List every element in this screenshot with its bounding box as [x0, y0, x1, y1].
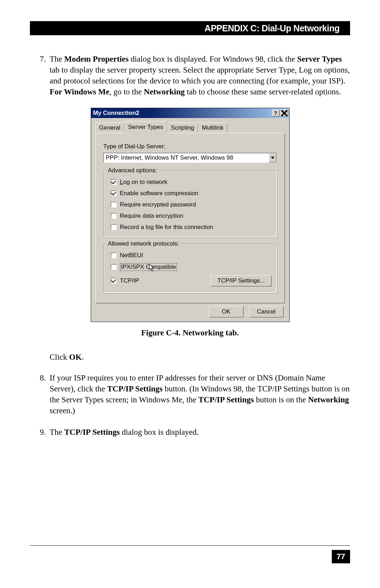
- allowed-protocols-group: Allowed network protocols: NetBEUI IPX/S…: [103, 244, 277, 293]
- step-7-number: 7.: [40, 54, 50, 97]
- server-type-label: Type of Dial-Up Server:: [103, 143, 277, 150]
- step-9: 9. The TCP/IP Settings dialog box is dis…: [40, 427, 350, 438]
- checkbox-record-log-row[interactable]: Record a log file for this connection: [111, 224, 272, 231]
- checkbox-netbeui[interactable]: [111, 253, 116, 258]
- checkbox-compression[interactable]: [111, 191, 116, 196]
- tab-general[interactable]: General: [95, 123, 124, 133]
- dialog-buttons: OK Cancel: [95, 303, 285, 317]
- checkbox-tcpip-row[interactable]: TCP/IP TCP/IP Settings...: [111, 275, 272, 286]
- checkbox-record-log[interactable]: [111, 224, 116, 230]
- step-7: 7. The Modem Properties dialog box is di…: [40, 54, 350, 97]
- page-number: 77: [332, 550, 350, 563]
- ok-button[interactable]: OK: [209, 306, 243, 317]
- checkbox-log-on-label: Log on to network: [120, 179, 167, 186]
- checkbox-ipx[interactable]: [111, 264, 116, 270]
- tab-pane-server-types: Type of Dial-Up Server: PPP: Internet, W…: [95, 133, 285, 303]
- checkbox-log-on[interactable]: [111, 179, 116, 185]
- checkbox-data-encryption[interactable]: [111, 213, 116, 219]
- step-8-number: 8.: [40, 372, 50, 416]
- tabs-row: General Server Types Scripting Multilink: [95, 122, 285, 133]
- checkbox-data-encryption-label: Require data encryption: [120, 212, 184, 219]
- appendix-header-text: APPENDIX C: Dial-Up Networking: [204, 23, 340, 33]
- checkbox-ipx-label: IPX/SPX Compatible: [120, 263, 177, 271]
- properties-dialog: My Connection2 ? General Server Types Sc…: [91, 108, 290, 322]
- checkbox-netbeui-row[interactable]: NetBEUI: [111, 252, 272, 259]
- step-8-text: If your ISP requires you to enter IP add…: [50, 372, 350, 416]
- footer: 77: [30, 545, 350, 563]
- tab-server-types[interactable]: Server Types: [124, 121, 167, 133]
- server-type-value: PPP: Internet, Windows NT Server, Window…: [104, 154, 269, 161]
- dialog-title: My Connection2: [93, 110, 139, 117]
- checkbox-log-on-row[interactable]: Log on to network: [111, 179, 272, 186]
- tab-scripting[interactable]: Scripting: [167, 123, 198, 133]
- step-9-text: The TCP/IP Settings dialog box is displa…: [50, 427, 350, 438]
- dialog-figure: My Connection2 ? General Server Types Sc…: [30, 108, 350, 322]
- allowed-protocols-legend: Allowed network protocols:: [107, 240, 180, 247]
- checkbox-ipx-row[interactable]: IPX/SPX Compatible: [111, 263, 272, 271]
- click-ok-line: Click OK.: [50, 352, 350, 363]
- server-type-combo[interactable]: PPP: Internet, Windows NT Server, Window…: [103, 153, 277, 163]
- tab-multilink[interactable]: Multilink: [198, 123, 227, 133]
- checkbox-record-log-label: Record a log file for this connection: [120, 224, 214, 231]
- advanced-options-legend: Advanced options:: [107, 167, 159, 174]
- checkbox-netbeui-label: NetBEUI: [120, 252, 143, 259]
- checkbox-encrypted-pw-label: Require encrypted password: [120, 201, 196, 208]
- step-7-text: The Modem Properties dialog box is displ…: [50, 54, 350, 97]
- appendix-header-bar: APPENDIX C: Dial-Up Networking: [30, 21, 350, 35]
- step-8: 8. If your ISP requires you to enter IP …: [40, 372, 350, 416]
- checkbox-compression-label: Enable software compression: [120, 190, 198, 197]
- tcpip-settings-button[interactable]: TCP/IP Settings...: [211, 275, 272, 286]
- checkbox-tcpip[interactable]: [111, 278, 116, 284]
- checkbox-tcpip-label: TCP/IP: [120, 277, 139, 284]
- checkbox-encrypted-pw[interactable]: [111, 202, 116, 208]
- cancel-button[interactable]: Cancel: [249, 306, 284, 317]
- dialog-titlebar[interactable]: My Connection2 ?: [91, 108, 289, 118]
- chevron-down-icon[interactable]: [269, 153, 277, 162]
- checkbox-compression-row[interactable]: Enable software compression: [111, 190, 272, 197]
- figure-caption: Figure C-4. Networking tab.: [30, 328, 350, 338]
- step-9-number: 9.: [40, 427, 50, 438]
- checkbox-data-encryption-row[interactable]: Require data encryption: [111, 212, 272, 219]
- close-icon[interactable]: [280, 110, 288, 117]
- help-icon[interactable]: ?: [272, 110, 280, 117]
- checkbox-encrypted-pw-row[interactable]: Require encrypted password: [111, 201, 272, 208]
- advanced-options-group: Advanced options: Log on to network Enab…: [103, 171, 277, 237]
